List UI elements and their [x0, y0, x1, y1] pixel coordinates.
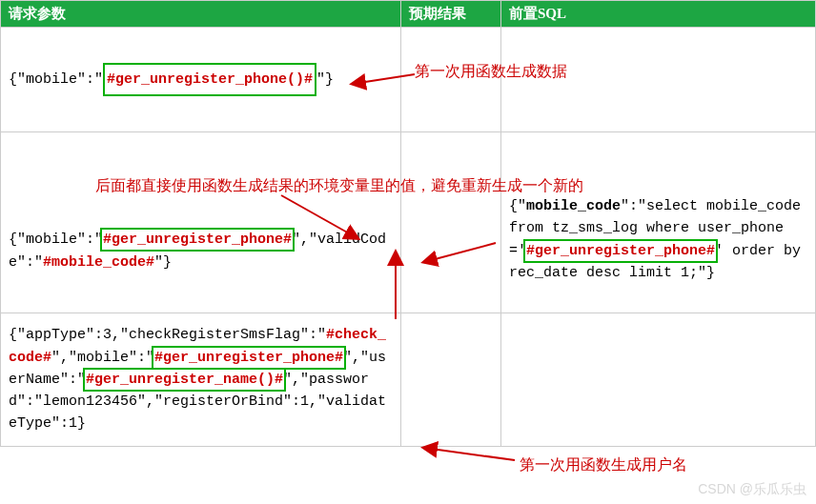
row2-pre: {"mobile":"	[9, 232, 103, 248]
row3-p1: {"appType":3,"checkRegisterSmsFlag":"	[9, 327, 326, 343]
header-request-params: 请求参数	[1, 1, 401, 28]
sql-pre: {"	[509, 198, 526, 214]
row2-json: {"mobile":"#ger_unregister_phone#","vali…	[9, 229, 393, 273]
row3-json: {"appType":3,"checkRegisterSmsFlag":"#ch…	[9, 324, 393, 434]
annotation-2: 后面都直接使用函数生成结果的环境变量里的值，避免重新生成一个新的	[95, 176, 583, 196]
row2-hl1: #ger_unregister_phone#	[103, 232, 292, 248]
row1-json: {"mobile":"#ger_unregister_phone()#"}	[9, 63, 393, 96]
svg-line-4	[424, 448, 515, 460]
row1-pre: {"mobile":"	[9, 71, 103, 88]
header-expected: 预期结果	[401, 1, 501, 28]
row2-sql: {"mobile_code":"select mobile_code from …	[509, 195, 807, 284]
sql-hl: #ger_unregister_phone#	[526, 243, 715, 259]
header-sql: 前置SQL	[501, 1, 816, 28]
row3-hl2: #ger_unregister_phone#	[154, 350, 343, 366]
params-table: 请求参数 预期结果 前置SQL {"mobile":"#ger_unregist…	[0, 0, 816, 447]
row2-hl2: #mobile_code#	[43, 254, 154, 271]
row1-hl: #ger_unregister_phone()#	[107, 71, 313, 88]
sql-key: mobile_code	[526, 198, 621, 214]
annotation-1: 第一次用函数生成数据	[415, 62, 567, 82]
row3-hl3: #ger_unregister_name()#	[86, 372, 283, 388]
row1-post: "}	[316, 71, 334, 88]
row3-p2: ","mobile":"	[51, 350, 154, 366]
annotation-3: 第一次用函数生成用户名	[520, 455, 687, 475]
row2-post: "}	[154, 254, 172, 271]
watermark: CSDN @乐瓜乐虫	[698, 481, 806, 498]
table-row: {"mobile":"#ger_unregister_phone()#"}	[1, 28, 816, 132]
table-row: {"appType":3,"checkRegisterSmsFlag":"#ch…	[1, 313, 816, 447]
table-row: {"mobile":"#ger_unregister_phone#","vali…	[1, 132, 816, 313]
